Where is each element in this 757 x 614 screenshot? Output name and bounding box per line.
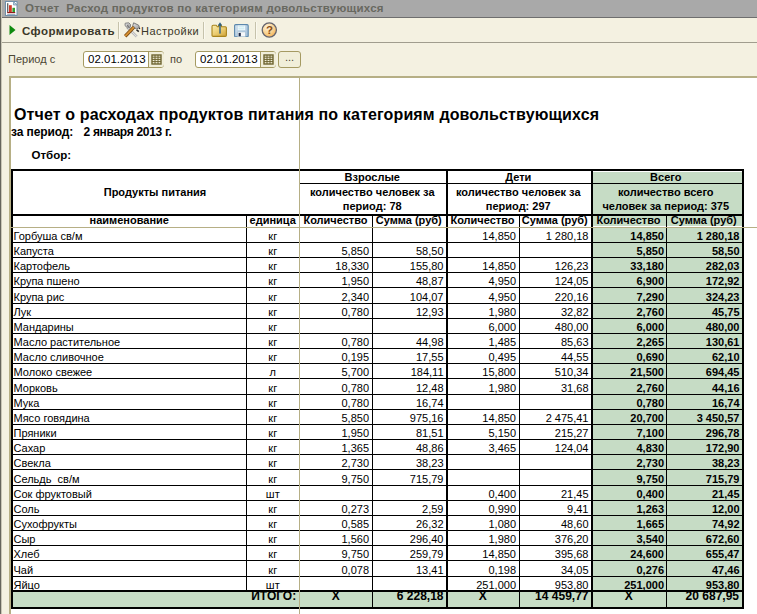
- svg-text:?: ?: [266, 24, 273, 36]
